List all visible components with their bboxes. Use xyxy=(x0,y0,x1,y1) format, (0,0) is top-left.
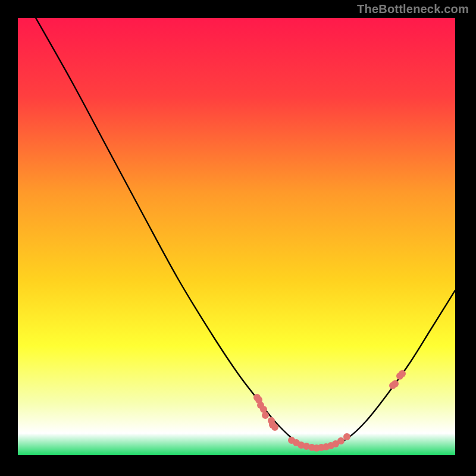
data-point xyxy=(262,412,269,419)
data-point xyxy=(271,424,278,431)
chart-container: TheBottleneck.com xyxy=(0,0,476,476)
data-point xyxy=(392,380,399,387)
chart-svg xyxy=(0,0,476,476)
data-point xyxy=(337,437,345,444)
attribution-label: TheBottleneck.com xyxy=(357,2,469,16)
data-point xyxy=(399,370,406,377)
data-point xyxy=(343,433,350,440)
plot-area xyxy=(18,18,455,455)
